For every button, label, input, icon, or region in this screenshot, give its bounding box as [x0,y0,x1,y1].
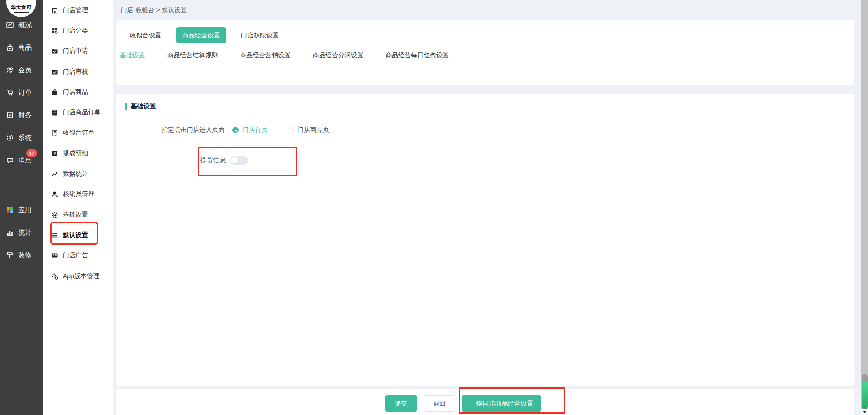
brand-logo-text: 华太食府 [11,4,32,11]
store-audit-icon [51,68,58,75]
nav-label: 会员 [18,66,32,75]
basic-settings-gear-icon [51,211,58,219]
scrollbar-thumb[interactable] [862,382,868,409]
nav-label: 统计 [18,228,32,237]
radio-selected-icon[interactable] [232,127,239,133]
default-settings-icon [51,232,58,239]
nav-item-apps[interactable]: 应用 [0,199,43,221]
cashier-order-icon [51,129,58,136]
store-submenu: 门店管理 门店分类 门店申请 门店审核 门店商品 门店商品订单 收银台订单 ¥ … [43,0,113,415]
submenu-label: 收银台订单 [63,129,94,137]
scrollbar-down-arrow-icon[interactable] [861,409,868,415]
submenu-item-app-version[interactable]: App版本管理 [43,266,113,286]
store-category-icon [51,27,58,34]
section-title: 基础设置 [131,103,156,111]
submenu-label: 基础设置 [63,211,88,219]
nav-item-goods[interactable]: 商品 [0,36,43,59]
back-button[interactable]: 返回 [424,395,455,412]
page-entry-form-row: 指定点击门店进入页面 门店首页 门店商品页 [116,126,329,134]
overview-icon [6,21,14,29]
submit-button[interactable]: 提交 [385,395,417,412]
verifier-manage-icon [51,191,58,198]
nav-item-order[interactable]: 订单 [0,81,43,104]
submenu-item-store-goods[interactable]: 门店商品 [43,82,113,102]
tab-cashier-settings[interactable]: 收银台设置 [129,27,162,43]
submenu-item-cashier-order[interactable]: 收银台订单 [43,123,113,143]
submenu-item-store-ad[interactable]: AD 门店广告 [43,246,113,266]
submenu-item-store-goods-order[interactable]: 门店商品订单 [43,102,113,122]
svg-text:¥: ¥ [8,113,11,117]
page-scrollbar[interactable] [861,0,868,415]
subtab-settlement-rules[interactable]: 商品经营结算规则 [166,50,219,65]
nav-item-message[interactable]: 消息 17 [0,149,43,172]
pickup-info-toggle[interactable] [230,156,248,165]
submenu-item-store-category[interactable]: 门店分类 [43,20,113,41]
submenu-label: 核销员管理 [63,190,94,198]
subtab-marketing-settings[interactable]: 商品经营营销设置 [239,50,292,65]
commission-icon: ¥ [51,150,58,157]
nav-label: 系统 [18,134,32,142]
tab-goods-operation-settings[interactable]: 商品经营设置 [176,27,226,43]
subtab-profit-sharing-settings[interactable]: 商品经营分润设置 [312,50,364,65]
tab-bar: 收银台设置 商品经营设置 门店权限设置 [116,20,854,43]
submenu-label: 默认设置 [63,231,88,239]
footer-action-bar: 提交 返回 一键同步商品经营设置 [116,389,854,415]
section-header: 基础设置 [125,103,156,111]
submenu-item-basic-settings[interactable]: 基础设置 [43,205,113,225]
nav-item-stats[interactable]: 统计 [0,221,43,244]
submenu-item-store-audit[interactable]: 门店审核 [43,61,113,82]
submenu-item-verifier-manage[interactable]: 核销员管理 [43,184,113,205]
nav-label: 消息 [18,156,32,165]
pickup-info-label: 提货信息 [200,156,226,164]
sidebar-spacer [0,172,43,199]
submenu-label: 门店商品 [63,88,88,96]
radio-store-goods-page[interactable]: 门店商品页 [288,126,329,134]
submenu-label: 数据统计 [63,170,88,178]
submenu-label: 提成明细 [63,149,88,158]
settings-tabs-card: 收银台设置 商品经营设置 门店权限设置 基础设置 商品经营结算规则 商品经营营销… [116,20,854,85]
nav-item-decorate[interactable]: 装修 [0,244,43,266]
nav-item-member[interactable]: 会员 [0,59,43,81]
svg-text:¥: ¥ [54,151,56,156]
nav-label: 订单 [18,89,32,97]
store-goods-icon [51,89,58,96]
submenu-item-store-manage[interactable]: 门店管理 [43,0,113,20]
subtab-bar: 基础设置 商品经营结算规则 商品经营营销设置 商品经营分润设置 商品经营每日红包… [119,50,852,65]
data-stats-icon [51,170,58,177]
nav-label: 应用 [18,206,32,214]
submenu-item-default-settings[interactable]: 默认设置 [43,225,113,245]
nav-label: 概况 [18,21,32,29]
breadcrumb: 门店-收银台 > 默认设置 [121,6,187,14]
submenu-item-data-stats[interactable]: 数据统计 [43,163,113,184]
radio-unselected-icon[interactable] [288,127,294,133]
radio-label: 门店首页 [242,126,268,134]
sync-goods-settings-button[interactable]: 一键同步商品经营设置 [462,395,541,412]
subtab-basic-settings[interactable]: 基础设置 [119,50,146,65]
subtab-daily-redpacket-settings[interactable]: 商品经营每日红包设置 [385,50,450,65]
submenu-label: 门店广告 [63,252,88,260]
message-icon [6,156,14,164]
submenu-label: App版本管理 [63,272,99,280]
footer-buttons: 提交 返回 一键同步商品经营设置 [385,395,541,412]
member-icon [6,66,14,74]
page-entry-radio-group: 门店首页 门店商品页 [232,126,329,134]
section-accent-bar [125,103,127,110]
tab-store-permission-settings[interactable]: 门店权限设置 [240,27,280,43]
nav-item-overview[interactable]: 概况 [0,14,43,36]
system-gear-icon [6,134,14,142]
submenu-item-commission[interactable]: ¥ 提成明细 [43,143,113,163]
radio-store-homepage[interactable]: 门店首页 [232,126,268,134]
stats-bars-icon [6,228,14,237]
store-manage-icon [51,7,58,14]
submenu-label: 门店管理 [63,6,88,14]
nav-item-system[interactable]: 系统 [0,126,43,149]
nav-item-finance[interactable]: ¥ 财务 [0,104,43,126]
toggle-knob [231,157,238,164]
svg-text:AD: AD [52,254,57,257]
store-ad-icon: AD [51,252,58,259]
nav-label: 财务 [18,111,32,120]
scrollbar-thumb-cap[interactable] [862,374,868,382]
submenu-item-store-apply[interactable]: 门店申请 [43,41,113,61]
basic-settings-panel: 基础设置 指定点击门店进入页面 门店首页 门店商品页 提货信息 [116,94,854,386]
finance-icon: ¥ [6,111,14,119]
